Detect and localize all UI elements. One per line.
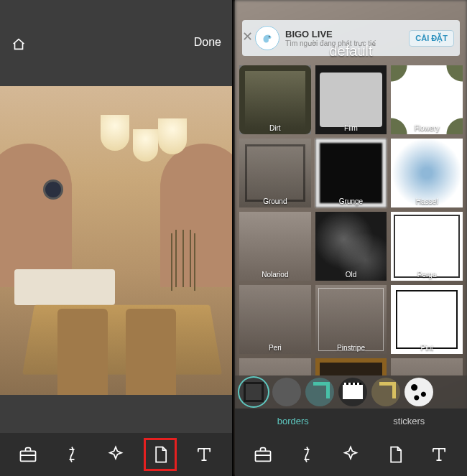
tab-row: borders stickers (235, 409, 467, 433)
sparkle-icon (341, 444, 361, 465)
tool-text[interactable] (422, 438, 456, 471)
style-option-6[interactable] (404, 378, 433, 406)
border-label: Old (346, 271, 357, 281)
sparkle-icon (106, 444, 126, 465)
border-item-12[interactable] (239, 358, 311, 375)
border-item-Old[interactable]: Old (315, 212, 387, 281)
home-button[interactable] (11, 36, 27, 52)
border-label: Pint (421, 344, 433, 354)
brush-icon (62, 444, 82, 465)
ad-title: BIGO LIVE (285, 29, 403, 39)
svg-rect-0 (20, 451, 35, 461)
border-item-Flowery[interactable]: Flowery (391, 65, 463, 134)
editor-header: Done (0, 0, 232, 86)
style-option-4[interactable] (338, 378, 367, 406)
border-label: Flowery (415, 124, 440, 134)
border-label: Dirt (269, 124, 281, 134)
text-icon (194, 444, 214, 465)
tool-brush[interactable] (55, 438, 88, 471)
border-label: Film (344, 124, 358, 134)
border-item-13[interactable] (315, 358, 387, 375)
text-icon (429, 444, 449, 465)
tool-effects[interactable] (99, 438, 132, 471)
border-item-14[interactable] (391, 358, 463, 375)
left-screen: Done (0, 0, 232, 476)
border-thumb (391, 358, 463, 375)
border-item-Nolariod[interactable]: Nolariod (239, 212, 311, 281)
border-thumb (315, 358, 387, 375)
bottom-toolbar-left (0, 433, 232, 476)
tool-brush[interactable] (290, 438, 323, 471)
border-item-Pinstripe[interactable]: Pinstripe (315, 285, 387, 354)
border-label: Peri (269, 344, 282, 354)
border-label: Perga (417, 271, 437, 281)
bottom-toolbar-right (235, 433, 467, 476)
right-screen: ✕ BIGO LIVE Tìm người đang phát trực tiế… (235, 0, 467, 476)
border-style-strip[interactable] (235, 375, 467, 409)
style-option-1[interactable] (239, 378, 268, 406)
tool-text[interactable] (188, 438, 221, 471)
page-icon (385, 444, 405, 465)
border-grid[interactable]: DirtFilmFloweryGroundGrungeHasselNolario… (235, 60, 467, 375)
tool-toolbox[interactable] (246, 438, 279, 471)
tab-stickers[interactable]: stickers (351, 409, 468, 433)
photo-preview[interactable] (0, 86, 232, 395)
border-label: Nolariod (262, 271, 288, 281)
border-category-title: default (235, 43, 467, 60)
border-item-Dirt[interactable]: Dirt (239, 65, 311, 134)
brush-icon (297, 444, 317, 465)
svg-point-1 (269, 36, 270, 37)
tool-effects[interactable] (334, 438, 367, 471)
toolbox-icon (18, 444, 38, 465)
tool-borders[interactable] (144, 438, 177, 471)
home-icon (11, 36, 27, 52)
style-option-3[interactable] (305, 378, 334, 406)
border-label: Pinstripe (337, 344, 365, 354)
tool-borders[interactable] (379, 438, 412, 471)
ad-close-button[interactable]: ✕ (241, 30, 254, 43)
toolbox-icon (253, 444, 273, 465)
border-item-Pint[interactable]: Pint (391, 285, 463, 354)
page-icon (150, 444, 170, 465)
border-item-Hassel[interactable]: Hassel (391, 139, 463, 207)
border-label: Hassel (416, 197, 438, 207)
close-icon: ✕ (242, 29, 253, 45)
svg-rect-2 (255, 451, 270, 461)
style-option-2[interactable] (272, 378, 301, 406)
tab-borders[interactable]: borders (235, 409, 351, 433)
border-label: Ground (263, 197, 287, 207)
border-item-Ground[interactable]: Ground (239, 139, 311, 207)
border-item-Perga[interactable]: Perga (391, 212, 463, 281)
border-item-Peri[interactable]: Peri (239, 285, 311, 354)
border-label: Grunge (339, 197, 363, 207)
done-button[interactable]: Done (194, 36, 221, 49)
border-item-Grunge[interactable]: Grunge (315, 139, 387, 207)
border-thumb (239, 358, 311, 375)
tool-toolbox[interactable] (11, 438, 45, 471)
border-item-Film[interactable]: Film (315, 65, 387, 134)
style-option-5[interactable] (371, 378, 400, 406)
